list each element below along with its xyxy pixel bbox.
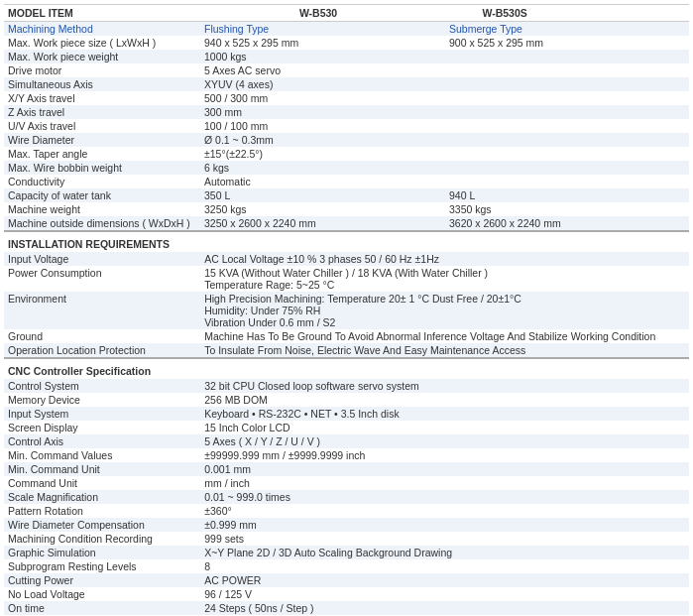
table-row: Max. Work piece weight1000 kgs [4,50,689,63]
spec-val2 [445,105,689,119]
cnc-label: Wire Diameter Compensation [4,518,200,532]
cnc-value: 5 Axes ( X / Y / Z / U / V ) [200,434,689,448]
install-label: Input Voltage [4,252,200,266]
cnc-row: Input SystemKeyboard • RS-232C • NET • 3… [4,407,689,421]
installation-table: INSTALLATION REQUIREMENTSInput VoltageAC… [4,230,689,357]
spec-val2: 3620 x 2600 x 2240 mm [445,216,689,230]
spec-val1: 940 x 525 x 295 mm [200,36,445,50]
cnc-value: 15 Inch Color LCD [200,421,689,434]
spec-label: Simultaneous Axis [4,77,200,91]
spec-val1: 3250 x 2600 x 2240 mm [200,216,445,230]
cnc-section-header: CNC Controller Specification [4,358,689,379]
cnc-label: Screen Display [4,421,200,434]
spec-label: U/V Axis travel [4,119,200,133]
cnc-value: 256 MB DOM [200,393,689,407]
cnc-value: 8 [200,559,689,573]
spec-val2 [445,119,689,133]
spec-val2 [445,77,689,91]
table-row: Drive motor5 Axes AC servo [4,63,689,77]
spec-val2: Submerge Type [445,22,689,36]
install-label: Environment [4,292,200,329]
install-value: High Precision Machining: Temperature 20… [200,292,689,329]
cnc-row: Screen Display15 Inch Color LCD [4,421,689,434]
table-row: Machine weight3250 kgs3350 kgs [4,202,689,216]
spec-label: Capacity of water tank [4,188,200,202]
cnc-label: Machining Condition Recording [4,532,200,546]
cnc-value: 999 sets [200,532,689,546]
cnc-label: Memory Device [4,393,200,407]
cnc-row: No Load Voltage96 / 125 V [4,587,689,601]
cnc-label: Subprogram Resting Levels [4,559,200,573]
install-row: GroundMachine Has To Be Ground To Avoid … [4,329,689,343]
col-wb530: W-B530 [295,5,479,22]
spec-label: Max. Wire bobbin weight [4,161,200,175]
column-header-row: MODEL ITEM W-B530 W-B530S [4,5,689,22]
cnc-table: CNC Controller SpecificationControl Syst… [4,357,689,616]
cnc-value: 96 / 125 V [200,587,689,601]
spec-val1: 350 L [200,188,445,202]
table-row: U/V Axis travel100 / 100 mm [4,119,689,133]
cnc-label: On time [4,601,200,615]
main-specs-table: Machining MethodFlushing TypeSubmerge Ty… [4,22,689,230]
cnc-value: 0.01 ~ 999.0 times [200,490,689,504]
spec-val1: 6 kgs [200,161,445,175]
spec-val2 [445,161,689,175]
cnc-row: Cutting PowerAC POWER [4,573,689,587]
table-row: Max. Taper angle±15°(±22.5°) [4,147,689,161]
spec-label: Machining Method [4,22,200,36]
cnc-value: ±0.999 mm [200,518,689,532]
spec-val2 [445,91,689,105]
cnc-row: Memory Device256 MB DOM [4,393,689,407]
cnc-row: Control Axis5 Axes ( X / Y / Z / U / V ) [4,434,689,448]
cnc-label: Graphic Simulation [4,546,200,559]
spec-val2 [445,50,689,63]
cnc-value: ±99999.999 mm / ±9999.9999 inch [200,448,689,462]
install-header-label: INSTALLATION REQUIREMENTS [4,231,689,252]
cnc-value: Keyboard • RS-232C • NET • 3.5 Inch disk [200,407,689,421]
spec-val1: 300 mm [200,105,445,119]
table-row: Max. Wire bobbin weight6 kgs [4,161,689,175]
cnc-value: 24 Steps ( 50ns / Step ) [200,601,689,615]
cnc-label: Min. Command Values [4,448,200,462]
cnc-label: Command Unit [4,476,200,490]
install-section-header: INSTALLATION REQUIREMENTS [4,231,689,252]
table-row: ConductivityAutomatic [4,175,689,188]
install-label: Power Consumption [4,266,200,292]
install-row: EnvironmentHigh Precision Machining: Tem… [4,292,689,329]
table-row: Capacity of water tank350 L940 L [4,188,689,202]
install-label: Ground [4,329,200,343]
install-value: To Insulate From Noise, Electric Wave An… [200,343,689,357]
spec-val1: Flushing Type [200,22,445,36]
spec-label: Z Axis travel [4,105,200,119]
spec-val1: 3250 kgs [200,202,445,216]
spec-label: Machine outside dimensions ( WxDxH ) [4,216,200,230]
table-row: Wire DiameterØ 0.1 ~ 0.3mm [4,133,689,147]
table-row: Simultaneous AxisXYUV (4 axes) [4,77,689,91]
spec-label: Max. Taper angle [4,147,200,161]
cnc-label: Input System [4,407,200,421]
spec-val2 [445,147,689,161]
cnc-label: Control System [4,379,200,393]
cnc-value: mm / inch [200,476,689,490]
cnc-row: Min. Command Unit0.001 mm [4,462,689,476]
cnc-row: Machining Condition Recording999 sets [4,532,689,546]
spec-val2: 900 x 525 x 295 mm [445,36,689,50]
cnc-label: Min. Command Unit [4,462,200,476]
spec-val2: 940 L [445,188,689,202]
cnc-row: Pattern Rotation±360° [4,504,689,518]
cnc-value: ±360° [200,504,689,518]
spec-label: X/Y Axis travel [4,91,200,105]
cnc-header-label: CNC Controller Specification [4,358,689,379]
cnc-row: Subprogram Resting Levels8 [4,559,689,573]
spec-label: Max. Work piece weight [4,50,200,63]
cnc-label: Scale Magnification [4,490,200,504]
spec-val2 [445,175,689,188]
spec-val1: Ø 0.1 ~ 0.3mm [200,133,445,147]
spec-val1: ±15°(±22.5°) [200,147,445,161]
cnc-row: On time24 Steps ( 50ns / Step ) [4,601,689,615]
spec-label: Conductivity [4,175,200,188]
cnc-label: Control Axis [4,434,200,448]
spec-val1: 1000 kgs [200,50,445,63]
col-wb530s: W-B530S [478,5,689,22]
install-value: 15 KVA (Without Water Chiller ) / 18 KVA… [200,266,689,292]
